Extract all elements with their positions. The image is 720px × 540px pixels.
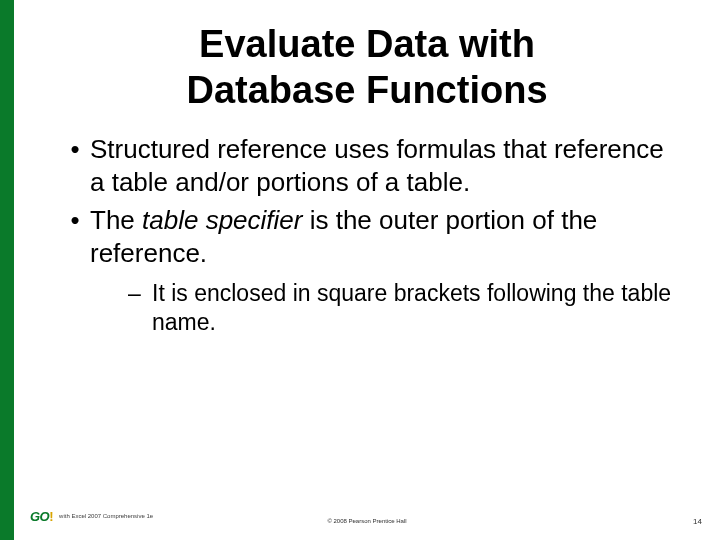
slide-title: Evaluate Data with Database Functions <box>84 22 650 113</box>
bullet-1-text: Structured reference uses formulas that … <box>90 133 672 198</box>
sub-bullet-1-text: It is enclosed in square brackets follow… <box>152 279 672 337</box>
bullet-list: Structured reference uses formulas that … <box>60 133 672 337</box>
copyright-text: © 2008 Pearson Prentice Hall <box>327 518 406 524</box>
title-line-1: Evaluate Data with <box>199 23 535 65</box>
brand-subtitle: with Excel 2007 Comprehensive 1e <box>59 513 153 519</box>
go-logo: GO! <box>30 509 53 524</box>
bullet-2-pre: The <box>90 205 142 235</box>
bullet-dot-icon <box>60 133 90 198</box>
slide-footer: GO! with Excel 2007 Comprehensive 1e © 2… <box>14 490 720 540</box>
go-logo-text: GO <box>30 509 49 524</box>
page-number: 14 <box>693 517 702 526</box>
slide-body: Evaluate Data with Database Functions St… <box>14 0 720 540</box>
dash-icon <box>128 279 152 337</box>
title-line-2: Database Functions <box>186 69 547 111</box>
bullet-dot-icon <box>60 204 90 269</box>
left-accent-bar <box>0 0 14 540</box>
go-logo-excl: ! <box>49 509 53 524</box>
bullet-2-emphasis: table specifier <box>142 205 302 235</box>
sub-bullet-1: It is enclosed in square brackets follow… <box>128 279 672 337</box>
bullet-2-text: The table specifier is the outer portion… <box>90 204 672 269</box>
bullet-item-2: The table specifier is the outer portion… <box>60 204 672 269</box>
brand-area: GO! with Excel 2007 Comprehensive 1e <box>30 506 153 526</box>
bullet-item-1: Structured reference uses formulas that … <box>60 133 672 198</box>
